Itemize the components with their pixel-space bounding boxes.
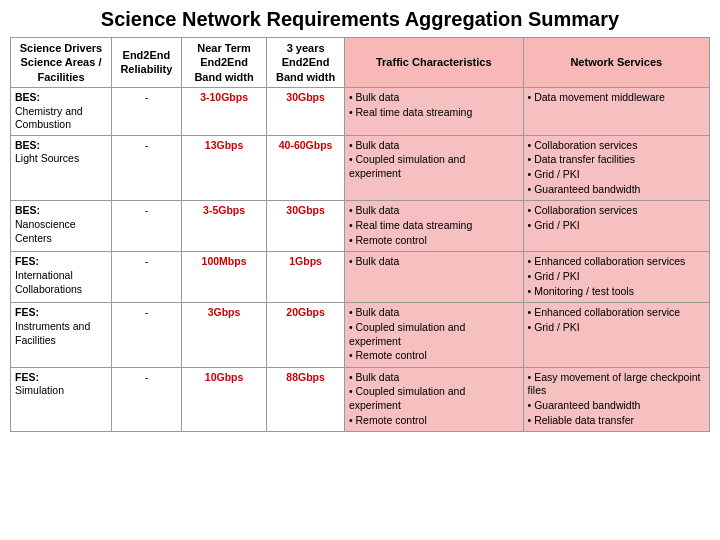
network-item: Grid / PKI [528, 168, 705, 182]
network-cell: Easy movement of large checkpoint filesG… [523, 367, 709, 432]
3yr-cell: 30Gbps [267, 201, 345, 252]
network-item: Grid / PKI [528, 270, 705, 284]
e2e-cell: - [111, 367, 181, 432]
science-drivers-cell: FES:Simulation [11, 367, 112, 432]
traffic-item: Bulk data [349, 204, 519, 218]
traffic-item: Bulk data [349, 139, 519, 153]
e2e-cell: - [111, 201, 181, 252]
science-drivers-cell: BES:Light Sources [11, 135, 112, 201]
network-cell: Collaboration servicesData transfer faci… [523, 135, 709, 201]
network-cell: Data movement middleware [523, 87, 709, 135]
traffic-cell: Bulk dataCoupled simulation and experime… [344, 367, 523, 432]
near-term-cell: 3-5Gbps [181, 201, 266, 252]
traffic-item: Remote control [349, 414, 519, 428]
e2e-cell: - [111, 303, 181, 368]
traffic-cell: Bulk dataCoupled simulation and experime… [344, 135, 523, 201]
requirements-table: Science Drivers Science Areas / Faciliti… [10, 37, 710, 432]
page: Science Network Requirements Aggregation… [0, 0, 720, 440]
traffic-item: Bulk data [349, 255, 519, 269]
near-term-cell: 10Gbps [181, 367, 266, 432]
science-drivers-cell: BES:Chemistry and Combustion [11, 87, 112, 135]
header-network: Network Services [523, 38, 709, 88]
table-row: FES:Instruments and Facilities-3Gbps20Gb… [11, 303, 710, 368]
traffic-item: Bulk data [349, 306, 519, 320]
network-cell: Enhanced collaboration servicesGrid / PK… [523, 252, 709, 303]
table-row: BES:Light Sources-13Gbps40-60GbpsBulk da… [11, 135, 710, 201]
table-row: FES:Simulation-10Gbps88GbpsBulk dataCoup… [11, 367, 710, 432]
traffic-item: Coupled simulation and experiment [349, 153, 519, 180]
near-term-cell: 3Gbps [181, 303, 266, 368]
network-item: Enhanced collaboration service [528, 306, 705, 320]
3yr-cell: 40-60Gbps [267, 135, 345, 201]
header-traffic: Traffic Characteristics [344, 38, 523, 88]
traffic-cell: Bulk dataReal time data streaming [344, 87, 523, 135]
traffic-item: Remote control [349, 234, 519, 248]
network-cell: Enhanced collaboration serviceGrid / PKI [523, 303, 709, 368]
header-near: Near Term End2End Band width [181, 38, 266, 88]
3yr-cell: 30Gbps [267, 87, 345, 135]
science-drivers-cell: FES:Instruments and Facilities [11, 303, 112, 368]
network-item: Guaranteed bandwidth [528, 183, 705, 197]
table-row: FES:International Collaborations-100Mbps… [11, 252, 710, 303]
network-item: Collaboration services [528, 204, 705, 218]
e2e-cell: - [111, 252, 181, 303]
page-title: Science Network Requirements Aggregation… [10, 8, 710, 31]
header-e2e: End2End Reliability [111, 38, 181, 88]
network-item: Guaranteed bandwidth [528, 399, 705, 413]
network-item: Monitoring / test tools [528, 285, 705, 299]
science-drivers-cell: FES:International Collaborations [11, 252, 112, 303]
network-cell: Collaboration servicesGrid / PKI [523, 201, 709, 252]
table-header: Science Drivers Science Areas / Faciliti… [11, 38, 710, 88]
network-item: Data movement middleware [528, 91, 705, 105]
traffic-item: Remote control [349, 349, 519, 363]
traffic-item: Coupled simulation and experiment [349, 385, 519, 412]
header-3yr: 3 years End2End Band width [267, 38, 345, 88]
traffic-item: Bulk data [349, 91, 519, 105]
traffic-item: Real time data streaming [349, 219, 519, 233]
traffic-item: Coupled simulation and experiment [349, 321, 519, 348]
network-item: Collaboration services [528, 139, 705, 153]
e2e-cell: - [111, 87, 181, 135]
traffic-cell: Bulk dataReal time data streamingRemote … [344, 201, 523, 252]
network-item: Enhanced collaboration services [528, 255, 705, 269]
traffic-item: Real time data streaming [349, 106, 519, 120]
table-row: BES:Nanoscience Centers-3-5Gbps30GbpsBul… [11, 201, 710, 252]
network-item: Data transfer facilities [528, 153, 705, 167]
header-science: Science Drivers Science Areas / Faciliti… [11, 38, 112, 88]
table-row: BES:Chemistry and Combustion-3-10Gbps30G… [11, 87, 710, 135]
traffic-cell: Bulk data [344, 252, 523, 303]
traffic-cell: Bulk dataCoupled simulation and experime… [344, 303, 523, 368]
3yr-cell: 1Gbps [267, 252, 345, 303]
e2e-cell: - [111, 135, 181, 201]
network-item: Easy movement of large checkpoint files [528, 371, 705, 398]
traffic-item: Bulk data [349, 371, 519, 385]
near-term-cell: 13Gbps [181, 135, 266, 201]
3yr-cell: 88Gbps [267, 367, 345, 432]
near-term-cell: 3-10Gbps [181, 87, 266, 135]
near-term-cell: 100Mbps [181, 252, 266, 303]
science-drivers-cell: BES:Nanoscience Centers [11, 201, 112, 252]
network-item: Grid / PKI [528, 219, 705, 233]
network-item: Reliable data transfer [528, 414, 705, 428]
network-item: Grid / PKI [528, 321, 705, 335]
3yr-cell: 20Gbps [267, 303, 345, 368]
